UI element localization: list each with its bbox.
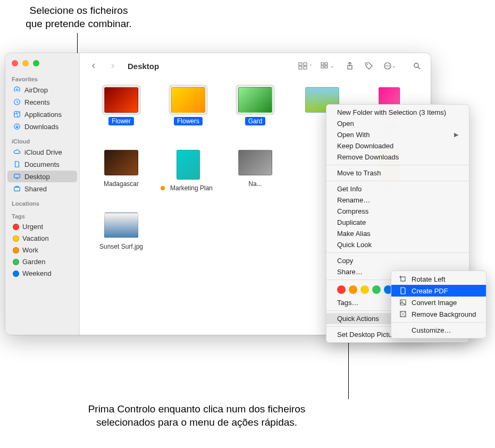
menu-keep-downloaded[interactable]: Keep Downloaded xyxy=(326,140,469,151)
tag-dot xyxy=(13,235,19,242)
menu-get-info[interactable]: Get Info xyxy=(326,183,469,195)
tag-dot xyxy=(13,247,19,253)
submenu-create-pdf[interactable]: Create PDF xyxy=(391,285,486,297)
sidebar-item-shared[interactable]: Shared xyxy=(7,183,77,195)
file-nature[interactable]: Na... xyxy=(224,148,286,200)
file-label: Madagascar xyxy=(100,180,142,188)
svg-rect-4 xyxy=(14,174,20,178)
svg-point-23 xyxy=(401,301,402,302)
traffic-lights xyxy=(5,57,79,73)
maximize-button[interactable] xyxy=(33,60,39,66)
sidebar-label: Garden xyxy=(22,258,45,266)
view-icons-button[interactable]: ⌃ xyxy=(298,60,313,72)
group-button[interactable]: ⌄ xyxy=(317,60,338,72)
sidebar-label: Shared xyxy=(24,185,47,193)
sidebar-header-favorites: Favorites xyxy=(5,73,79,83)
forward-button[interactable] xyxy=(105,60,120,72)
close-button[interactable] xyxy=(12,60,18,66)
rotate-icon xyxy=(399,275,407,283)
file-flower[interactable]: Flower xyxy=(90,85,152,137)
quick-actions-submenu: Rotate Left Create PDF Convert Image Rem… xyxy=(391,271,486,339)
file-flowers[interactable]: Flowers xyxy=(157,85,219,137)
sidebar-label: Urgent xyxy=(22,223,43,231)
sidebar-label: Weekend xyxy=(22,269,52,277)
menu-new-folder-selection[interactable]: New Folder with Selection (3 Items) xyxy=(326,107,469,118)
svg-rect-5 xyxy=(14,187,20,191)
submenu-convert-image[interactable]: Convert Image xyxy=(391,297,486,308)
submenu-customize[interactable]: Customize… xyxy=(391,325,486,336)
back-button[interactable] xyxy=(86,60,101,72)
sidebar-tag-weekend[interactable]: Weekend xyxy=(7,268,77,279)
sidebar-item-icloud-drive[interactable]: iCloud Drive xyxy=(7,146,77,158)
download-icon xyxy=(13,122,21,131)
sidebar-section-tags: Tags Urgent Vacation Work Garden Weekend xyxy=(5,210,79,282)
more-button[interactable]: ⌄ xyxy=(381,60,399,72)
file-sunset[interactable]: Sunset Surf.jpg xyxy=(90,210,152,251)
sidebar-label: AirDrop xyxy=(24,86,48,94)
sidebar-item-downloads[interactable]: Downloads xyxy=(7,121,77,132)
menu-separator xyxy=(326,181,469,181)
file-thumbnail xyxy=(104,87,138,113)
menu-copy[interactable]: Copy xyxy=(326,255,469,266)
sidebar-tag-garden[interactable]: Garden xyxy=(7,256,77,267)
tag-dot-icon xyxy=(161,186,165,190)
menu-open[interactable]: Open xyxy=(326,118,469,129)
file-garden[interactable]: Gard xyxy=(224,85,286,137)
file-madagascar[interactable]: Madagascar xyxy=(90,148,152,200)
menu-separator xyxy=(326,165,469,165)
tag-green[interactable] xyxy=(372,285,381,294)
tag-red[interactable] xyxy=(337,285,346,294)
menu-duplicate[interactable]: Duplicate xyxy=(326,217,469,228)
sidebar-label: Documents xyxy=(24,160,60,168)
menu-make-alias[interactable]: Make Alias xyxy=(326,228,469,239)
svg-point-0 xyxy=(16,89,18,91)
file-thumbnail xyxy=(177,150,200,180)
submenu-rotate-left[interactable]: Rotate Left xyxy=(391,273,486,285)
svg-rect-11 xyxy=(325,63,328,65)
menu-compress[interactable]: Compress xyxy=(326,206,469,217)
share-button[interactable] xyxy=(342,60,357,72)
sidebar-section-favorites: Favorites AirDrop Recents Applications D… xyxy=(5,73,79,135)
sidebar-tag-urgent[interactable]: Urgent xyxy=(7,221,77,232)
convert-icon xyxy=(399,298,407,307)
sidebar-item-airdrop[interactable]: AirDrop xyxy=(7,84,77,96)
menu-open-with[interactable]: Open With▶ xyxy=(326,129,469,140)
sidebar-header-icloud: iCloud xyxy=(5,135,79,146)
tag-orange[interactable] xyxy=(349,285,357,294)
shared-icon xyxy=(13,184,21,193)
sidebar-tag-vacation[interactable]: Vacation xyxy=(7,233,77,244)
clock-icon xyxy=(13,98,21,106)
sidebar-section-icloud: iCloud iCloud Drive Documents Desktop Sh… xyxy=(5,135,79,197)
sidebar-tag-work[interactable]: Work xyxy=(7,244,77,256)
svg-point-20 xyxy=(414,63,418,67)
minimize-button[interactable] xyxy=(22,60,29,66)
tags-button[interactable] xyxy=(362,60,376,72)
file-thumbnail xyxy=(238,150,272,175)
sidebar-item-applications[interactable]: Applications xyxy=(7,108,77,120)
menu-remove-downloads[interactable]: Remove Downloads xyxy=(326,151,469,163)
menu-rename[interactable]: Rename… xyxy=(326,195,469,206)
menu-separator xyxy=(326,252,469,253)
file-marketing[interactable]: Marketing Plan xyxy=(157,148,219,200)
tag-yellow[interactable] xyxy=(360,285,369,294)
submenu-remove-background[interactable]: Remove Background xyxy=(391,308,486,320)
sidebar-item-documents[interactable]: Documents xyxy=(7,158,77,170)
finder-window: Favorites AirDrop Recents Applications D… xyxy=(5,53,431,335)
file-thumbnail xyxy=(104,213,138,238)
cloud-icon xyxy=(13,148,21,156)
svg-rect-10 xyxy=(321,63,324,65)
tag-dot xyxy=(13,259,19,265)
svg-rect-6 xyxy=(299,63,302,65)
sidebar-header-tags: Tags xyxy=(5,210,79,221)
file-thumbnail xyxy=(104,150,138,175)
svg-point-15 xyxy=(367,64,368,65)
menu-move-to-trash[interactable]: Move to Trash xyxy=(326,167,469,179)
menu-quick-look[interactable]: Quick Look xyxy=(326,239,469,250)
sidebar-item-recents[interactable]: Recents xyxy=(7,96,77,108)
desktop-icon xyxy=(13,172,21,181)
svg-point-17 xyxy=(385,65,387,66)
sidebar-item-desktop[interactable]: Desktop xyxy=(7,171,77,182)
search-button[interactable] xyxy=(409,60,424,72)
svg-rect-13 xyxy=(325,66,328,68)
sidebar-label: Recents xyxy=(24,98,50,106)
